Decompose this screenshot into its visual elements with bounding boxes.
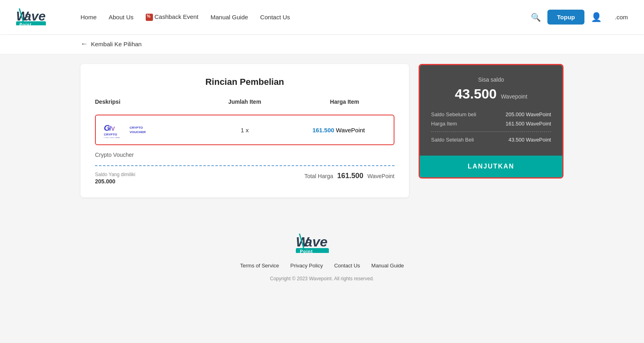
svg-text:CRYPTO: CRYPTO bbox=[104, 133, 117, 136]
footer-links: Terms of Service Privacy Policy Contact … bbox=[8, 263, 636, 269]
lanjutkan-button[interactable]: LANJUTKAN bbox=[420, 156, 562, 177]
cashback-icon bbox=[146, 14, 153, 21]
price-number: 161.500 bbox=[312, 127, 334, 134]
footer-logo: W ave Point bbox=[296, 231, 348, 253]
nav-about[interactable]: About Us bbox=[109, 14, 134, 21]
breadcrumb: ← Kembali Ke Pilihan bbox=[0, 34, 644, 54]
svg-text:Point: Point bbox=[300, 249, 313, 253]
nav-contact[interactable]: Contact Us bbox=[260, 14, 290, 21]
saldo-detail-row-1: Saldo Sebelum beli 205.000 WavePoint bbox=[431, 111, 551, 117]
header-right: 🔍 Topup 👤 .com bbox=[531, 10, 628, 25]
svg-text:VOUCHER: VOUCHER bbox=[104, 137, 120, 138]
footer: W ave Point Terms of Service Privacy Pol… bbox=[0, 207, 644, 294]
saldo-before-label: Saldo Sebelum beli bbox=[431, 111, 476, 117]
purchase-card: Rincian Pembelian Deskripsi Jumlah Item … bbox=[80, 64, 409, 197]
header: W ave Point Home About Us Cashback Event… bbox=[0, 0, 644, 34]
logo-text: W ave Point bbox=[16, 6, 64, 28]
purchase-title: Rincian Pembelian bbox=[95, 77, 394, 87]
footer-terms[interactable]: Terms of Service bbox=[240, 263, 279, 269]
table-header: Deskripsi Jumlah Item Harga Item bbox=[95, 99, 394, 110]
saldo-before-value: 205.000 WavePoint bbox=[506, 111, 551, 117]
footer-privacy[interactable]: Privacy Policy bbox=[290, 263, 323, 269]
topup-button[interactable]: Topup bbox=[547, 10, 585, 25]
svg-text:Point: Point bbox=[19, 23, 31, 25]
total-number: 161.500 bbox=[337, 172, 363, 180]
divider bbox=[95, 165, 394, 166]
saldo-card-wrapper: Sisa saldo 43.500 Wavepoint Saldo Sebelu… bbox=[419, 64, 564, 179]
harga-item-label: Harga Item bbox=[431, 121, 457, 127]
saldo-wp-label: Wavepoint bbox=[501, 93, 527, 100]
cashback-label: Cashback Event bbox=[155, 13, 198, 20]
col-header-desc: Deskripsi bbox=[95, 99, 195, 105]
breadcrumb-text: Kembali Ke Pilihan bbox=[91, 41, 142, 47]
svg-text:ave: ave bbox=[24, 9, 45, 23]
total-area: Total Harga 161.500 WavePoint bbox=[304, 172, 394, 180]
item-qty: 1 x bbox=[198, 127, 291, 134]
saldo-divider bbox=[431, 131, 551, 132]
saldo-card: Sisa saldo 43.500 Wavepoint Saldo Sebelu… bbox=[420, 65, 562, 156]
user-profile-button[interactable]: 👤 bbox=[591, 12, 602, 23]
main-nav: Home About Us Cashback Event Manual Guid… bbox=[80, 13, 531, 21]
harga-item-value: 161.500 WavePoint bbox=[506, 121, 551, 127]
saldo-dimiliki-label: Saldo Yang dimiliki bbox=[95, 172, 135, 177]
footer-contact[interactable]: Contact Us bbox=[334, 263, 360, 269]
saldo-after-value: 43.500 WavePoint bbox=[508, 137, 551, 143]
total-currency: WavePoint bbox=[367, 173, 394, 179]
crypto-voucher-logo: G / V CRYPTO VOUCHER bbox=[104, 122, 126, 138]
footer-copyright: Copyright © 2023 Wavepoint. All rights r… bbox=[8, 276, 636, 281]
total-label: Total Harga bbox=[304, 173, 333, 179]
nav-home[interactable]: Home bbox=[80, 14, 97, 21]
price-currency: WavePoint bbox=[336, 127, 365, 134]
nav-cashback[interactable]: Cashback Event bbox=[146, 13, 198, 21]
saldo-detail-row-2: Harga Item 161.500 WavePoint bbox=[431, 121, 551, 127]
nav-manual[interactable]: Manual Guide bbox=[211, 14, 248, 21]
col-header-price: Harga Item bbox=[295, 99, 394, 105]
item-price: 161.500 WavePoint bbox=[292, 127, 386, 134]
footer-logo-svg: W ave Point bbox=[296, 231, 348, 253]
purchase-footer: Saldo Yang dimiliki 205.000 Total Harga … bbox=[95, 172, 394, 185]
svg-text:V: V bbox=[111, 125, 115, 132]
saldo-detail-row-3: Saldo Setelah Beli 43.500 WavePoint bbox=[431, 137, 551, 143]
svg-text:ave: ave bbox=[305, 234, 328, 249]
saldo-amount-row: 43.500 Wavepoint bbox=[431, 86, 551, 102]
item-logo: G / V CRYPTO VOUCHER CRYPTO VOUCHER bbox=[104, 122, 198, 138]
saldo-card-title: Sisa saldo bbox=[431, 76, 551, 83]
saldo-dimiliki: Saldo Yang dimiliki 205.000 bbox=[95, 172, 135, 185]
saldo-dimiliki-value: 205.000 bbox=[95, 178, 135, 185]
purchase-item-row: G / V CRYPTO VOUCHER CRYPTO VOUCHER 1 x … bbox=[95, 115, 394, 145]
logo[interactable]: W ave Point bbox=[16, 6, 64, 28]
logo-svg: W ave Point bbox=[16, 6, 64, 25]
item-name: Crypto Voucher bbox=[95, 152, 394, 158]
footer-manual[interactable]: Manual Guide bbox=[372, 263, 404, 269]
dot-com-label: .com bbox=[615, 14, 628, 21]
saldo-after-label: Saldo Setelah Beli bbox=[431, 137, 474, 143]
col-header-qty: Jumlah Item bbox=[195, 99, 295, 105]
search-button[interactable]: 🔍 bbox=[531, 12, 541, 22]
main-content: Rincian Pembelian Deskripsi Jumlah Item … bbox=[0, 54, 644, 207]
saldo-big-number: 43.500 bbox=[455, 86, 497, 101]
back-arrow-icon[interactable]: ← bbox=[80, 40, 88, 48]
